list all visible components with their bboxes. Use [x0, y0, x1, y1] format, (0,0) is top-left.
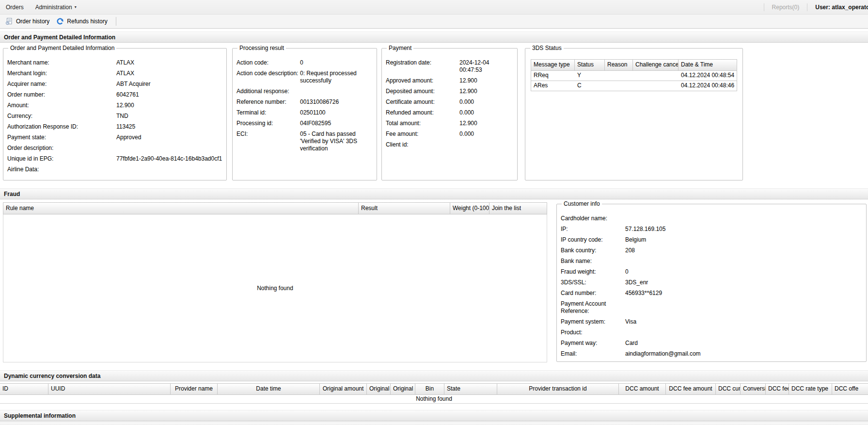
fraud-column-join-the-list[interactable]: Join the list	[489, 203, 547, 214]
dcc-column-date-time[interactable]: Date time	[218, 384, 320, 394]
fraud-empty-message: Nothing found	[257, 285, 293, 292]
menu-separator	[807, 3, 807, 11]
dcc-column-dcc-offer[interactable]: DCC offe	[832, 384, 868, 394]
field-ip-country-code: IP country code:Belgium	[561, 236, 862, 244]
user-menu[interactable]: User: atlax_operator ▾	[812, 4, 868, 11]
field-value: 12.900	[116, 102, 222, 109]
dcc-column-bin[interactable]: Bin	[415, 384, 444, 394]
field-value: ATLAX	[116, 59, 222, 66]
field-client-id: Client id:	[386, 141, 513, 148]
field-label: Client id:	[386, 141, 459, 148]
field-value	[116, 145, 222, 152]
menu-orders-label: Orders	[6, 4, 24, 11]
field-certificate-amount: Certificate amount:0.000	[386, 98, 513, 106]
dcc-column-conversion[interactable]: Conversi	[741, 384, 766, 394]
field-value: 6042761	[116, 91, 222, 98]
tds-cell-datetime: 04.12.2024 00:48:54	[679, 71, 737, 81]
refunds-history-icon	[56, 17, 64, 25]
field-order-number: Order number:6042761	[7, 91, 222, 98]
tds-column-challenge-cancel[interactable]: Challenge cancel	[633, 60, 679, 70]
dcc-section-header: Dynamic currency conversion data	[0, 370, 868, 381]
customer-info-rows: Cardholder name: IP:57.128.169.105 IP co…	[561, 209, 862, 358]
order-history-icon	[5, 17, 13, 25]
dcc-column-dcc-fee-amount[interactable]: DCC fee amount	[666, 384, 716, 394]
field-value: 456933**6129	[625, 290, 862, 297]
fraud-column-weight[interactable]: Weight (0-100)	[450, 203, 489, 214]
field-cardholder-name: Cardholder name:	[561, 215, 862, 222]
field-label: Additional response:	[237, 88, 300, 95]
dcc-column-state[interactable]: State	[444, 384, 497, 394]
field-merchant-login: Merchant login:ATLAX	[7, 70, 222, 77]
tds-status-legend: 3DS Status	[530, 45, 564, 51]
tds-column-status[interactable]: Status	[575, 60, 605, 70]
dcc-column-dcc-currency[interactable]: DCC curr	[716, 384, 741, 394]
dcc-empty-message: Nothing found	[0, 395, 868, 404]
main-section-title: Order and Payment Detailed Information	[4, 34, 115, 41]
tds-column-message-type[interactable]: Message type	[531, 60, 575, 70]
payment-groupbox: Payment Registration date:2024-12-04 00:…	[381, 45, 518, 180]
tds-cell-reason	[605, 81, 633, 91]
field-label: Payment system:	[561, 318, 625, 326]
menu-orders[interactable]: Orders	[0, 0, 30, 14]
field-label: Email:	[561, 350, 625, 358]
field-email: Email:aindiagformation@gmail.com	[561, 350, 862, 358]
fraud-table-body: Nothing found	[3, 214, 547, 362]
menu-administration-label: Administration	[35, 4, 72, 11]
dcc-column-dcc-amount[interactable]: DCC amount	[619, 384, 666, 394]
field-payment-way: Payment way:Card	[561, 340, 862, 347]
processing-result-legend: Processing result	[237, 45, 286, 51]
field-label: Deposited amount:	[386, 88, 459, 95]
field-label: Unique id in EPG:	[7, 155, 116, 163]
supplemental-table-header-partial	[0, 422, 868, 425]
menu-reports[interactable]: Reports(0)	[769, 4, 803, 11]
field-auth-response-id: Authorization Response ID:113425	[7, 123, 222, 131]
field-label: IP:	[561, 226, 625, 233]
field-label: Fraud weight:	[561, 268, 625, 276]
field-refunded-amount: Refunded amount:0.000	[386, 109, 513, 116]
field-value: 57.128.169.105	[625, 226, 862, 233]
field-label: 3DS/SSL:	[561, 279, 625, 286]
toolbar: Order history Refunds history	[0, 15, 868, 29]
field-label: Merchant login:	[7, 70, 116, 77]
field-payment-system: Payment system:Visa	[561, 318, 862, 326]
tds-column-date-time[interactable]: Date & Time	[679, 60, 737, 70]
fraud-column-rule-name[interactable]: Rule name	[3, 203, 359, 214]
tds-column-reason[interactable]: Reason	[605, 60, 633, 70]
dcc-column-uuid[interactable]: UUID	[48, 384, 171, 394]
field-label: Merchant name:	[7, 59, 116, 66]
order-history-button[interactable]: Order history	[3, 16, 54, 27]
refunds-history-button[interactable]: Refunds history	[54, 16, 111, 27]
field-value: 0.000	[459, 109, 513, 116]
dcc-column-provider-name[interactable]: Provider name	[171, 384, 218, 394]
dcc-column-dcc-fee[interactable]: DCC fee	[766, 384, 789, 394]
field-payment-account-reference: Payment Account Reference:	[561, 300, 862, 315]
fraud-column-result[interactable]: Result	[359, 203, 450, 214]
payment-legend: Payment	[387, 45, 413, 51]
field-bank-name: Bank name:	[561, 258, 862, 265]
menu-administration[interactable]: Administration ▾	[30, 0, 82, 14]
field-value: 12.900	[459, 88, 513, 95]
field-label: Bank name:	[561, 258, 625, 265]
field-ip: IP:57.128.169.105	[561, 226, 862, 233]
field-value	[625, 300, 862, 315]
dcc-column-original-amount[interactable]: Original amount	[320, 384, 367, 394]
field-label: Fee amount:	[386, 131, 459, 138]
field-terminal-id: Terminal id:02501100	[237, 109, 373, 116]
field-value: 208	[625, 247, 862, 254]
field-label: Terminal id:	[237, 109, 300, 116]
dcc-column-original-fee[interactable]: Original f	[367, 384, 391, 394]
field-unique-id-epg: Unique id in EPG:77fbfde1-2a90-40ea-814c…	[7, 155, 222, 163]
field-value: 001310086726	[300, 98, 373, 106]
field-label: Certificate amount:	[386, 98, 459, 106]
field-label: Reference number:	[237, 98, 300, 106]
dcc-column-dcc-rate-type[interactable]: DCC rate type	[789, 384, 832, 394]
tds-table-row[interactable]: RReq Y 04.12.2024 00:48:54	[531, 71, 737, 81]
dcc-column-id[interactable]: ID	[0, 384, 48, 394]
tds-table-row[interactable]: ARes C 04.12.2024 00:48:46	[531, 81, 737, 91]
field-label: Registration date:	[386, 59, 459, 74]
dcc-column-original-currency[interactable]: Original c	[391, 384, 415, 394]
dcc-column-provider-transaction-id[interactable]: Provider transaction id	[497, 384, 619, 394]
field-value	[625, 329, 862, 336]
field-deposited-amount: Deposited amount:12.900	[386, 88, 513, 95]
field-label: Bank country:	[561, 247, 625, 254]
